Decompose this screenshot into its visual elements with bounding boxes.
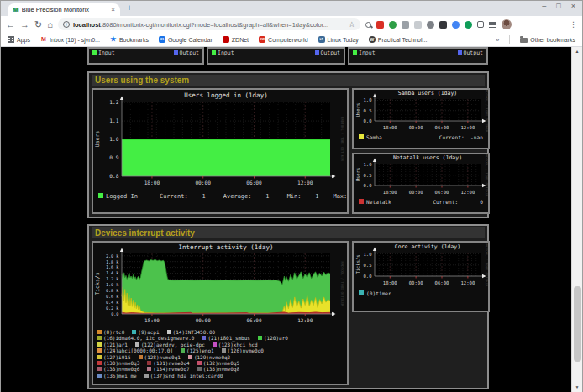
svg-text:0.4 k: 0.4 k [106, 300, 119, 305]
bookmark-item[interactable]: Apps [8, 36, 30, 43]
svg-text:18:00: 18:00 [383, 125, 397, 130]
tab-close-icon[interactable]: × [111, 6, 115, 13]
tab-strip: M Blue Precision Monitorix × + – □ × [1, 1, 582, 16]
close-button[interactable]: × [571, 2, 575, 10]
partial-graph-box[interactable]: InputOutput [87, 47, 204, 65]
device-legend-item: (121)ar1 [97, 342, 128, 348]
device-legend-item: (137)snd_hda_intel:card0 [144, 373, 223, 379]
profile-avatar[interactable] [502, 19, 512, 29]
extension-icon[interactable] [427, 21, 434, 29]
legend-item: Output [458, 50, 483, 56]
search-icon[interactable] [365, 22, 371, 28]
section-title: Users using the system [92, 75, 485, 86]
extension-icon[interactable] [376, 21, 384, 29]
bookmark-item[interactable]: ★Bookmarks [110, 36, 149, 43]
svg-text:0.5: 0.5 [363, 108, 371, 113]
svg-text:0.0: 0.0 [363, 183, 371, 188]
netatalk-users-graph[interactable]: 18:0000:0006:0012:000.00.51.0Netatalk us… [352, 153, 490, 214]
address-bar[interactable]: i localhost:8080/monitorix-cgi/monitorix… [58, 18, 360, 30]
svg-text:Users logged in (1day): Users logged in (1day) [184, 91, 267, 99]
svg-text:12:00: 12:00 [460, 125, 475, 130]
scroll-down-icon[interactable]: ▼ [572, 383, 582, 392]
legend-item: Output [315, 50, 340, 56]
device-legend-item: (122)aerdrv, pcie-dpc [135, 342, 205, 348]
legend-item: Output [174, 50, 199, 56]
partial-graph-box[interactable]: InputOutput [207, 47, 345, 65]
back-icon[interactable]: ← [6, 20, 15, 29]
svg-text:1.8 k: 1.8 k [106, 259, 119, 264]
device-legend-item: (125)eno1 [181, 348, 214, 353]
browser-menu-icon[interactable]: ⋮ [570, 20, 577, 29]
svg-text:1.6 k: 1.6 k [106, 264, 119, 269]
bookmark-label: Practical Technol... [378, 37, 428, 43]
browser-tab[interactable]: M Blue Precision Monitorix × [8, 3, 120, 16]
svg-text:0.6 k: 0.6 k [106, 294, 119, 299]
interrupt-activity-graph[interactable]: 18:0000:0006:0012:000.00.2 k0.4 k0.6 k0.… [92, 241, 349, 385]
new-tab-button[interactable]: + [127, 3, 132, 13]
svg-text:0.0: 0.0 [363, 118, 371, 123]
scrollbar-thumb[interactable] [574, 286, 581, 362]
bookmark-item[interactable]: LTLinux Today [318, 36, 359, 43]
bookmark-star-icon[interactable]: ☆ [349, 20, 355, 29]
svg-text:06:00: 06:00 [435, 190, 449, 195]
users-logged-in-graph[interactable]: 18:0000:0006:0012:000.80.91.01.11.2Users… [92, 88, 349, 214]
extension-icon[interactable] [452, 21, 460, 29]
samba-users-graph[interactable]: 18:0000:0006:0012:000.00.51.0Samba users… [352, 88, 490, 149]
browser-toolbar: ← → ↻ ⌂ i localhost:8080/monitorix-cgi/m… [1, 16, 582, 33]
svg-text:06:00: 06:00 [435, 125, 449, 130]
bookmarks-bar: AppsMInbox (16) - sjvn0...★Bookmarks31Go… [1, 33, 582, 47]
svg-text:RRDTOOL / TOBI OETIKER: RRDTOOL / TOBI OETIKER [485, 243, 488, 287]
apps-icon [8, 36, 14, 43]
section-interrupts: Devices interrupt activity 18:0000:0006:… [87, 224, 489, 389]
page-scrollbar[interactable]: ▲ ▼ [571, 47, 582, 392]
minimize-button[interactable]: – [542, 2, 546, 10]
tab-title: Blue Precision Monitorix [22, 6, 108, 13]
extension-icon[interactable] [402, 21, 409, 29]
svg-text:1.0: 1.0 [363, 252, 371, 257]
bookmark-item[interactable]: CWComputerworld [259, 36, 307, 43]
bookmark-item[interactable]: WPractical Technol... [369, 36, 428, 43]
device-legend-item: (134)nvme0q7 [147, 366, 189, 372]
svg-text:06:00: 06:00 [246, 180, 262, 186]
svg-text:1.0 k: 1.0 k [106, 282, 119, 287]
bookmark-label: Bookmarks [119, 37, 149, 43]
extension-icon[interactable] [414, 21, 422, 29]
core-activity-graph[interactable]: 18:0000:0006:0012:000.00.51.0Core activi… [352, 241, 490, 312]
device-legend-item: (132)nvme0q5 [197, 360, 239, 366]
legend-item: Input [212, 50, 234, 56]
bookmarks-overflow-icon[interactable]: » [496, 36, 499, 44]
partial-graph-box[interactable]: InputOutput [348, 47, 488, 65]
svg-text:RRDTOOL / TOBI OETIKER: RRDTOOL / TOBI OETIKER [485, 154, 488, 197]
scroll-up-icon[interactable]: ▲ [572, 47, 582, 56]
svg-text:12:00: 12:00 [297, 317, 313, 323]
svg-text:0.9: 0.9 [109, 154, 118, 160]
lt-icon: LT [318, 36, 325, 43]
maximize-button[interactable]: □ [556, 2, 560, 10]
svg-text:1.2: 1.2 [109, 99, 118, 105]
svg-text:00:00: 00:00 [409, 125, 423, 130]
extension-icon[interactable] [465, 21, 472, 29]
bookmark-item[interactable]: ZDNet [223, 36, 249, 43]
svg-text:1.0: 1.0 [363, 97, 371, 102]
device-legend-item: (120)ar0 [258, 335, 288, 341]
device-legend-item: (8)rtc0 [97, 329, 124, 335]
legend-item: Input [353, 50, 376, 56]
forward-icon[interactable]: → [20, 20, 29, 29]
extension-icon[interactable] [439, 21, 447, 29]
svg-text:Ticks/s: Ticks/s [94, 272, 101, 295]
svg-text:RRDTOOL / TOBI OETIKER: RRDTOOL / TOBI OETIKER [340, 262, 344, 307]
home-icon[interactable]: ⌂ [47, 20, 53, 29]
extension-icon[interactable] [389, 21, 397, 29]
bookmark-item[interactable]: MInbox (16) - sjvn0... [40, 36, 100, 43]
tab-list-icon[interactable] [489, 22, 496, 28]
svg-text:Users: Users [94, 131, 101, 148]
device-legend-item: (127)i915 [97, 354, 131, 360]
reload-icon[interactable]: ↻ [34, 20, 42, 29]
page-info-icon[interactable]: i [63, 21, 70, 28]
bookmark-item[interactable]: 31Google Calendar [159, 36, 213, 43]
svg-text:2.0 k: 2.0 k [106, 253, 119, 259]
svg-text:Users: Users [355, 103, 360, 118]
svg-text:Users: Users [355, 168, 360, 182]
extensions-puzzle-icon[interactable] [477, 21, 484, 28]
other-bookmarks-button[interactable]: Other bookmarks [520, 36, 575, 43]
